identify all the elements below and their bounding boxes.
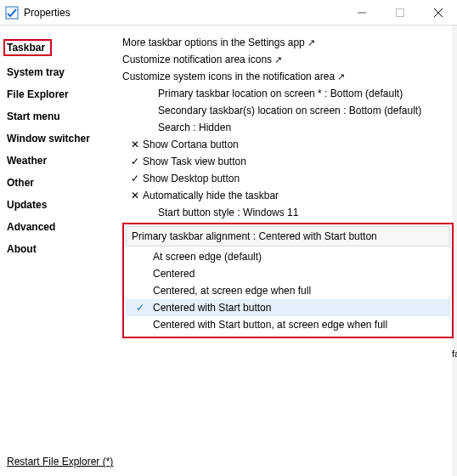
sidebar-item-updates[interactable]: Updates — [7, 194, 122, 216]
external-link-icon: ↗ — [307, 37, 315, 48]
sidebar-item-about[interactable]: About — [7, 238, 122, 260]
check-icon: ✓ — [131, 302, 150, 314]
sidebar-item-label: Updates — [7, 199, 47, 211]
option-label: Centered, at screen edge when full — [150, 285, 311, 297]
check-icon: ✓ — [122, 156, 143, 167]
sidebar-item-advanced[interactable]: Advanced — [7, 216, 122, 238]
alignment-option[interactable]: At screen edge (default) — [126, 248, 450, 265]
setting-primary-location[interactable]: Primary taskbar location on screen * : B… — [122, 85, 454, 102]
setting-label: Secondary taskbar(s) location on screen … — [158, 105, 421, 116]
alignment-panel-header[interactable]: Primary taskbar alignment : Centered wit… — [126, 226, 450, 246]
option-label: Centered — [150, 268, 195, 280]
link-more-settings[interactable]: More taskbar options in the Settings app… — [122, 34, 454, 51]
link-customize-notif[interactable]: Customize notification area icons ↗ — [122, 51, 454, 68]
close-button[interactable] — [419, 0, 457, 26]
svg-rect-0 — [6, 7, 18, 19]
sidebar-item-window-switcher[interactable]: Window switcher — [7, 128, 122, 150]
sidebar-item-label: Weather — [7, 155, 47, 167]
setting-label: Primary taskbar location on screen * : B… — [158, 88, 403, 99]
setting-start-style[interactable]: Start button style : Windows 11 — [122, 204, 454, 221]
option-label: At screen edge (default) — [150, 251, 262, 263]
setting-label: Search : Hidden — [158, 122, 231, 133]
sidebar-item-label: About — [7, 243, 37, 255]
sidebar-item-weather[interactable]: Weather — [7, 150, 122, 172]
option-label: Centered with Start button, at screen ed… — [150, 319, 387, 331]
alignment-option[interactable]: Centered — [126, 265, 450, 282]
external-link-icon: ↗ — [337, 71, 345, 82]
sidebar-item-file-explorer[interactable]: File Explorer — [7, 83, 122, 105]
setting-label: Automatically hide the taskbar — [143, 190, 279, 201]
setting-label: Show Cortana button — [143, 139, 239, 150]
sidebar-item-label: Taskbar — [7, 42, 45, 54]
restart-explorer-link[interactable]: Restart File Explorer (*) — [7, 456, 113, 468]
window-title: Properties — [24, 7, 71, 19]
setting-cortana[interactable]: ✕ Show Cortana button — [122, 136, 454, 153]
external-link-icon: ↗ — [274, 54, 282, 65]
alignment-option[interactable]: Centered, at screen edge when full — [126, 282, 450, 299]
link-customize-sys-icons[interactable]: Customize system icons in the notificati… — [122, 68, 454, 85]
cross-icon: ✕ — [122, 190, 143, 201]
sidebar-item-other[interactable]: Other — [7, 172, 122, 194]
footer-link-label: Restart File Explorer (*) — [7, 456, 113, 468]
sidebar-item-label: Other — [7, 177, 34, 189]
sidebar-item-label: File Explorer — [7, 88, 69, 100]
minimize-button[interactable] — [342, 0, 381, 26]
alignment-panel: Primary taskbar alignment : Centered wit… — [122, 223, 454, 338]
setting-label: Show Desktop button — [143, 173, 240, 184]
link-label: More taskbar options in the Settings app — [122, 37, 305, 48]
alignment-option[interactable]: Centered with Start button, at screen ed… — [126, 316, 450, 333]
cross-icon: ✕ — [122, 139, 143, 150]
check-icon: ✓ — [122, 173, 143, 184]
sidebar-item-taskbar[interactable]: Taskbar — [7, 34, 122, 61]
option-label: Centered with Start button — [150, 302, 271, 314]
content: More taskbar options in the Settings app… — [122, 32, 454, 476]
sidebar-item-label: Start menu — [7, 110, 60, 122]
setting-label: Show Task view button — [143, 156, 246, 167]
highlight-box: Taskbar — [3, 39, 52, 56]
setting-desktop[interactable]: ✓ Show Desktop button — [122, 170, 454, 187]
titlebar: Properties — [0, 0, 457, 26]
link-label: Customize system icons in the notificati… — [122, 71, 335, 82]
svg-rect-2 — [396, 8, 403, 16]
sidebar-item-label: Window switcher — [7, 133, 90, 144]
link-label: Customize notification area icons — [122, 54, 272, 65]
setting-secondary-location[interactable]: Secondary taskbar(s) location on screen … — [122, 102, 454, 119]
sidebar-item-label: System tray — [7, 66, 65, 78]
setting-label: Start button style : Windows 11 — [158, 207, 298, 218]
sidebar-item-label: Advanced — [7, 221, 55, 233]
setting-search[interactable]: Search : Hidden — [122, 119, 454, 136]
alignment-option[interactable]: ✓ Centered with Start button — [126, 299, 450, 316]
setting-autohide[interactable]: ✕ Automatically hide the taskbar — [122, 187, 454, 204]
sidebar-item-start-menu[interactable]: Start menu — [7, 105, 122, 128]
setting-taskview[interactable]: ✓ Show Task view button — [122, 153, 454, 170]
app-icon — [5, 6, 19, 20]
maximize-button[interactable] — [381, 0, 419, 26]
sidebar-item-system-tray[interactable]: System tray — [7, 61, 122, 83]
sidebar: Taskbar System tray File Explorer Start … — [7, 32, 122, 476]
panel-header-label: Primary taskbar alignment : Centered wit… — [132, 230, 377, 242]
